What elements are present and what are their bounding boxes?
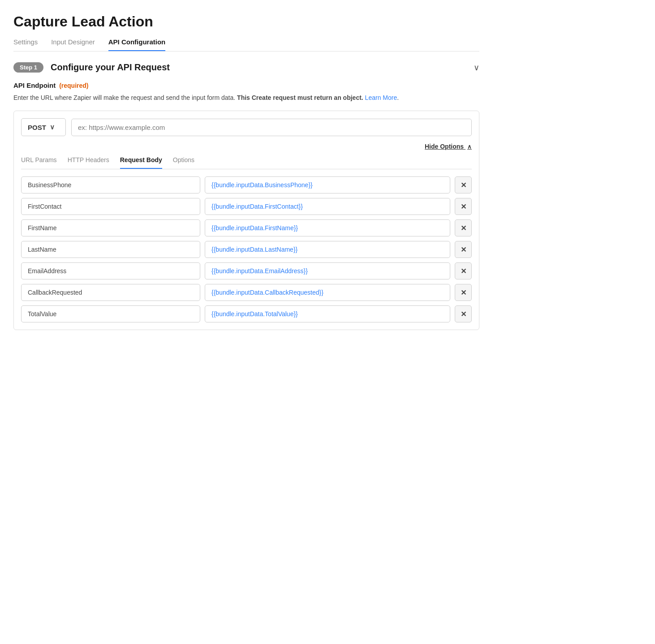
remove-row-button[interactable]: ✕ <box>455 284 472 301</box>
table-row: ✕ <box>21 262 472 279</box>
tab-api-configuration[interactable]: API Configuration <box>108 38 166 51</box>
row-value-input[interactable] <box>205 219 450 236</box>
table-row: ✕ <box>21 305 472 322</box>
row-value-input[interactable] <box>205 284 450 301</box>
table-row: ✕ <box>21 284 472 301</box>
row-key-input[interactable] <box>21 262 200 279</box>
step-section: Step 1 Configure your API Request ∨ <box>13 62 479 73</box>
hide-options-label: Hide Options <box>425 143 464 150</box>
row-key-input[interactable] <box>21 198 200 215</box>
inner-tab-request-body[interactable]: Request Body <box>120 156 162 169</box>
hide-options-chevron-icon: ∧ <box>467 143 472 150</box>
api-endpoint-description: Enter the URL where Zapier will make the… <box>13 93 479 103</box>
hide-options-link[interactable]: Hide Options ∧ <box>425 143 472 150</box>
inner-tab-options[interactable]: Options <box>173 156 194 169</box>
api-endpoint-label-text: API Endpoint <box>13 82 56 89</box>
page-title: Capture Lead Action <box>13 13 479 30</box>
remove-row-button[interactable]: ✕ <box>455 219 472 236</box>
remove-row-button[interactable]: ✕ <box>455 262 472 279</box>
remove-row-button[interactable]: ✕ <box>455 241 472 258</box>
row-value-input[interactable] <box>205 262 450 279</box>
table-row: ✕ <box>21 241 472 258</box>
url-input[interactable] <box>71 119 472 136</box>
step-title: Configure your API Request <box>51 62 170 73</box>
row-value-input[interactable] <box>205 305 450 322</box>
description-bold: This Create request must return an objec… <box>237 94 363 101</box>
required-indicator: (required) <box>59 82 88 89</box>
inner-tab-url-params[interactable]: URL Params <box>21 156 57 169</box>
description-normal: Enter the URL where Zapier will make the… <box>13 94 235 101</box>
request-body-rows: ✕✕✕✕✕✕✕ <box>21 176 472 322</box>
table-row: ✕ <box>21 219 472 236</box>
tab-settings[interactable]: Settings <box>13 38 38 51</box>
row-value-input[interactable] <box>205 198 450 215</box>
method-chevron-icon: ∨ <box>50 123 55 131</box>
table-row: ✕ <box>21 176 472 193</box>
tab-input-designer[interactable]: Input Designer <box>51 38 95 51</box>
row-key-input[interactable] <box>21 241 200 258</box>
remove-row-button[interactable]: ✕ <box>455 176 472 193</box>
row-key-input[interactable] <box>21 176 200 193</box>
row-key-input[interactable] <box>21 284 200 301</box>
step-collapse-icon[interactable]: ∨ <box>474 63 479 73</box>
row-value-input[interactable] <box>205 176 450 193</box>
endpoint-container: POST ∨ Hide Options ∧ URL Params HTTP He… <box>13 111 479 330</box>
api-endpoint-label: API Endpoint (required) <box>13 82 479 89</box>
main-tabs: Settings Input Designer API Configuratio… <box>13 38 479 52</box>
table-row: ✕ <box>21 198 472 215</box>
row-key-input[interactable] <box>21 219 200 236</box>
step-badge: Step 1 <box>13 62 43 73</box>
learn-more-link[interactable]: Learn More <box>365 94 397 101</box>
row-value-input[interactable] <box>205 241 450 258</box>
remove-row-button[interactable]: ✕ <box>455 198 472 215</box>
hide-options-container: Hide Options ∧ <box>21 142 472 150</box>
inner-tabs: URL Params HTTP Headers Request Body Opt… <box>21 156 472 169</box>
method-dropdown[interactable]: POST ∨ <box>21 118 66 136</box>
method-label: POST <box>28 124 46 131</box>
remove-row-button[interactable]: ✕ <box>455 305 472 322</box>
endpoint-row: POST ∨ <box>21 118 472 136</box>
row-key-input[interactable] <box>21 305 200 322</box>
inner-tab-http-headers[interactable]: HTTP Headers <box>68 156 109 169</box>
